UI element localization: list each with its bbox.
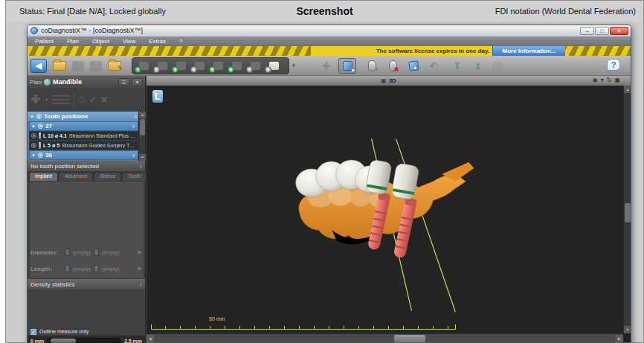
- scroll-thumb[interactable]: [394, 335, 425, 342]
- tooth-positions-header[interactable]: ▼ Tooth positions »: [28, 112, 145, 121]
- scroll-down-icon[interactable]: ▼: [139, 154, 146, 161]
- scroll-thumb[interactable]: [625, 203, 631, 222]
- view-rotate-icon[interactable]: ↻: [607, 77, 612, 83]
- diameter-field-row: Diameter: ▲▼ (empty) ▲▼ (empty) ▶: [30, 247, 142, 257]
- tab-implant[interactable]: Implant: [29, 172, 58, 181]
- view-3d-icon: ▣: [381, 77, 387, 84]
- workflow-step-5[interactable]: 5: [209, 59, 228, 73]
- view-horizontal-scrollbar[interactable]: ◀ ▶: [146, 333, 623, 342]
- mouse-delete-icon[interactable]: ✖: [384, 59, 401, 73]
- help-icon[interactable]: ?: [607, 59, 620, 71]
- view-3d-canvas[interactable]: L 50 mm: [146, 86, 623, 333]
- menu-object[interactable]: Object: [92, 38, 109, 45]
- collapse-triangle-icon[interactable]: ▼: [30, 115, 34, 119]
- menu-extras[interactable]: Extras: [149, 38, 166, 45]
- close-button[interactable]: ✕: [610, 27, 628, 35]
- scroll-thumb[interactable]: [140, 119, 145, 135]
- row-eye-icon[interactable]: [31, 133, 36, 138]
- workflow-step-4[interactable]: 4: [190, 59, 209, 73]
- selection-header[interactable]: No tooth position selected ↕: [28, 161, 145, 171]
- density-statistics-header[interactable]: Density statistics ↕: [28, 279, 145, 289]
- plan-dropdown-button[interactable]: ▼: [132, 78, 143, 86]
- maximize-button[interactable]: □: [595, 27, 609, 35]
- view-snapshot-icon[interactable]: ▣: [614, 77, 620, 83]
- sidebar-scrollbar[interactable]: ▲ ▼: [138, 112, 145, 161]
- tab-abutment[interactable]: Abutment: [59, 172, 93, 181]
- undo-icon: ↶: [426, 59, 441, 73]
- measure-slider[interactable]: [47, 338, 121, 343]
- tooth-group-37[interactable]: ▼ 37 »: [29, 121, 138, 131]
- scroll-right-icon[interactable]: ▶: [616, 335, 623, 342]
- menu-help[interactable]: ?: [179, 38, 182, 45]
- select-cube-icon[interactable]: ▲: [405, 59, 422, 73]
- field-next-icon[interactable]: ▶: [138, 266, 142, 272]
- view-3d-header[interactable]: ▣ 3D ◉ ▾ ↻ ▣: [146, 76, 631, 86]
- expand-chevron-icon[interactable]: »: [133, 115, 138, 118]
- view-vertical-scrollbar[interactable]: ▲ ▼: [623, 86, 631, 333]
- collapse-toggle-icon[interactable]: ↕: [140, 164, 143, 169]
- tab-sleeve[interactable]: Sleeve: [94, 172, 121, 181]
- more-information-button[interactable]: More Information...: [492, 46, 565, 56]
- outline-measure-checkbox[interactable]: ✓: [30, 329, 36, 335]
- menu-bar: Patient Plan Object View Extras ?: [28, 36, 631, 46]
- outline-measure-row: ✓ Outline measure only: [30, 327, 88, 336]
- menu-view[interactable]: View: [123, 38, 135, 45]
- view-dropdown-icon[interactable]: ▾: [601, 77, 604, 83]
- workflow-step-7[interactable]: 7: [246, 59, 265, 73]
- detail-tabs: Implant Abutment Sleeve Tooth: [28, 171, 145, 181]
- tooth-positions-panel: ▼ Tooth positions » ▼ 37 » L 10: [28, 112, 145, 161]
- minimize-button[interactable]: –: [580, 27, 594, 35]
- edit-plan-icon[interactable]: ✎: [106, 59, 123, 73]
- diameter-spinner-1[interactable]: ▲▼: [65, 249, 70, 256]
- workflow-step-2[interactable]: 2: [153, 59, 172, 73]
- license-banner: The software license expires in one day.…: [28, 46, 631, 56]
- open-patient-icon[interactable]: [51, 59, 68, 73]
- scroll-up-icon[interactable]: ▲: [624, 86, 631, 93]
- pin-icon: [490, 59, 505, 73]
- back-button[interactable]: ◀: [30, 59, 47, 73]
- cut-mesial-icon[interactable]: ✂: [448, 59, 465, 73]
- app-window: coDiagnostiX™ - [coDiagnostiX™] – □ ✕ Pa…: [27, 25, 631, 343]
- orientation-label: L: [152, 90, 163, 103]
- tooth-group-36[interactable]: ▼ 36 »: [29, 150, 138, 160]
- diameter-spinner-2[interactable]: ▲▼: [94, 249, 99, 256]
- plan-list-button[interactable]: ☰: [118, 78, 129, 86]
- title-bar[interactable]: coDiagnostiX™ - [coDiagnostiX™] – □ ✕: [28, 25, 631, 36]
- view-eye-icon[interactable]: ◉: [593, 77, 598, 83]
- field-next-icon[interactable]: ▶: [138, 249, 142, 255]
- menu-patient[interactable]: Patient: [35, 38, 54, 45]
- length-spinner-1[interactable]: ▲▼: [65, 265, 70, 272]
- plan-header: Plan Mandible ☰ ▼: [28, 76, 145, 88]
- length-field-row: Length: ▲▼ (empty) ▲▼ (empty) ▶: [30, 263, 142, 274]
- add-object-icon: ✚: [319, 59, 334, 73]
- slider-thumb[interactable]: [51, 339, 76, 343]
- scroll-down-icon[interactable]: ▼: [624, 326, 631, 333]
- workflow-step-6[interactable]: 6: [228, 59, 246, 73]
- visibility-eye-icon[interactable]: [36, 114, 42, 119]
- slider-min-label: 0 mm: [30, 339, 44, 343]
- dental-3d-scene: [146, 86, 623, 333]
- plan-icon: [44, 79, 51, 86]
- save-icon: [71, 59, 86, 73]
- object-visibility-toggle[interactable]: ➤: [338, 58, 356, 74]
- cut-distal-icon[interactable]: ✂: [469, 59, 486, 73]
- workflow-step-8[interactable]: 8: [265, 59, 283, 73]
- top-strip: Status: Final [Date N/A]; Locked globall…: [6, 1, 643, 22]
- workflow-step-1[interactable]: 1: [135, 59, 153, 73]
- workflow-dropdown-icon[interactable]: ▼: [292, 63, 296, 68]
- menu-plan[interactable]: Plan: [67, 38, 79, 45]
- tab-tooth[interactable]: Tooth: [122, 172, 146, 181]
- main-toolbar: ◀ ✎ 1 2 3 4 5 6 7 8 ▼ ✚ ➤ +: [28, 56, 631, 76]
- length-spinner-2[interactable]: ▲▼: [94, 265, 99, 272]
- mouse-add-icon[interactable]: +: [364, 59, 380, 73]
- scroll-left-icon[interactable]: ◀: [146, 335, 154, 342]
- implant-row-2[interactable]: L 5 ø 5 Straumann Guided Surgery T-SL...: [29, 141, 138, 150]
- implant-row-1[interactable]: L 10 ø 4.1 Straumann Standard Plus Ro...: [29, 131, 138, 141]
- row-eye-icon[interactable]: [31, 143, 36, 148]
- license-warning-text: The software license expires in one day.: [376, 48, 489, 54]
- plan-label: Plan: [30, 79, 42, 86]
- collapse-toggle-icon[interactable]: ↕: [140, 282, 143, 287]
- scroll-up-icon[interactable]: ▲: [139, 112, 146, 118]
- workflow-step-3[interactable]: 3: [172, 59, 190, 73]
- delete-icon: ✖: [100, 94, 108, 105]
